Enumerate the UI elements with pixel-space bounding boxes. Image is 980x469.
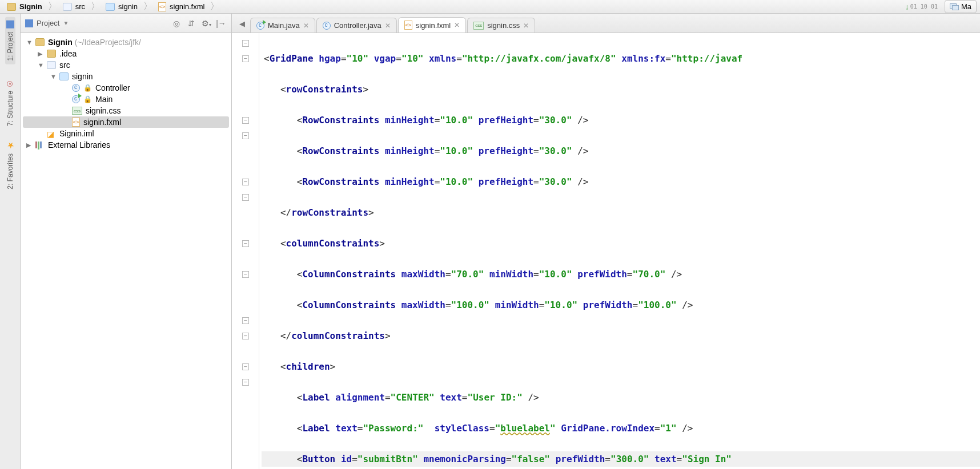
close-icon[interactable]: ✕ [303, 22, 309, 30]
breadcrumb-signin[interactable]: Signin [3, 1, 46, 12]
chevron-right-icon[interactable]: ▶ [38, 50, 43, 58]
target-icon[interactable]: ◎ [171, 19, 182, 28]
close-icon[interactable]: ✕ [385, 22, 391, 30]
project-panel-header: Project ▼ ◎ ⇵ ⚙▾ |→ [21, 14, 231, 33]
tree-signin-pkg[interactable]: ▼ signin [23, 71, 229, 82]
library-icon [35, 141, 45, 148]
iml-icon: ◪ [47, 130, 56, 138]
folder-icon [35, 38, 45, 46]
editor-tabs: ◀ Main.java ✕ Controller.java ✕ <> signi… [232, 14, 980, 33]
fold-icon[interactable]: − [242, 132, 249, 139]
close-icon[interactable]: ✕ [454, 21, 460, 29]
code-editor[interactable]: − − − − − − − − − − − − [232, 33, 980, 469]
tree-label: signin [72, 72, 93, 81]
tab-controller-java[interactable]: Controller.java ✕ [316, 18, 397, 33]
structure-icon: ⦿ [6, 80, 14, 87]
java-class-icon [72, 84, 80, 92]
chevron-icon: 〉 [48, 1, 57, 13]
breadcrumb-src[interactable]: src [59, 1, 89, 12]
download-icon[interactable]: ↓ [905, 2, 909, 11]
tree-hint: (~/IdeaProjects/jfk/ [75, 38, 141, 47]
tree-label: Signin [48, 38, 73, 47]
fold-icon[interactable]: − [242, 271, 249, 278]
chevron-right-icon[interactable]: ▶ [26, 141, 32, 149]
lock-icon: 🔒 [83, 84, 92, 92]
java-runnable-icon [72, 95, 80, 103]
fxml-icon: <> [72, 118, 80, 127]
project-icon [25, 19, 33, 27]
collapse-icon[interactable]: ⇵ [186, 19, 197, 28]
tree-label: .idea [59, 49, 77, 58]
fold-icon[interactable]: − [242, 40, 249, 47]
crumb-label: Signin [19, 2, 42, 11]
folder-icon [106, 3, 115, 11]
hide-icon[interactable]: |→ [215, 19, 227, 28]
folder-icon [47, 50, 56, 58]
rail-structure[interactable]: 7: Structure ⦿ [6, 80, 14, 126]
folder-icon [59, 72, 69, 80]
chevron-down-icon[interactable]: ▼ [26, 39, 32, 46]
tree-label: signin.css [86, 106, 121, 115]
chevron-down-icon[interactable]: ▼ [38, 62, 43, 68]
fold-icon[interactable]: − [242, 333, 249, 339]
project-panel: Project ▼ ◎ ⇵ ⚙▾ |→ ▼ Signin (~/IdeaProj… [21, 14, 232, 469]
chevron-down-icon[interactable]: ▼ [50, 73, 56, 80]
tab-label: signin.css [487, 21, 520, 30]
gear-icon[interactable]: ⚙▾ [200, 19, 212, 28]
window-mode-button[interactable]: Ma [945, 0, 977, 13]
project-tree: ▼ Signin (~/IdeaProjects/jfk/ ▶ .idea ▼ … [21, 33, 231, 153]
fold-icon[interactable]: − [242, 55, 249, 62]
rail-label: 1: Project [6, 32, 14, 61]
tree-label: Controller [95, 83, 130, 92]
tool-rail: 1: Project 7: Structure ⦿ 2: Favorites ★ [0, 14, 21, 469]
window-button-label: Ma [961, 2, 971, 11]
folder-icon [7, 3, 16, 11]
crumb-label: signin [118, 2, 138, 11]
tree-label: src [59, 60, 70, 70]
breadcrumb-file[interactable]: <> signin.fxml [155, 1, 208, 13]
rail-label: 7: Structure [6, 91, 14, 126]
tab-signin-css[interactable]: css signin.css ✕ [467, 18, 535, 33]
chevron-down-icon[interactable]: ▼ [63, 20, 69, 26]
tab-label: Controller.java [334, 21, 381, 30]
tree-fxml-file[interactable]: <> signin.fxml [23, 116, 229, 128]
tree-css-file[interactable]: css signin.css [23, 105, 229, 116]
tree-iml[interactable]: ◪ Signin.iml [23, 128, 229, 139]
fold-icon[interactable]: − [242, 179, 249, 185]
rail-label: 2: Favorites [6, 153, 14, 189]
fold-icon[interactable]: − [242, 240, 249, 247]
tree-label: External Libraries [48, 140, 110, 149]
download-digits: 01 10 01 [910, 5, 938, 9]
tree-root[interactable]: ▼ Signin (~/IdeaProjects/jfk/ [23, 37, 229, 48]
code[interactable]: <GridPane hgap="10" vgap="10" xmlns="htt… [259, 33, 980, 469]
css-icon: css [473, 22, 484, 30]
tab-main-java[interactable]: Main.java ✕ [250, 18, 315, 33]
editor-area: ◀ Main.java ✕ Controller.java ✕ <> signi… [232, 14, 980, 469]
rail-favorites[interactable]: 2: Favorites ★ [6, 142, 14, 189]
close-icon[interactable]: ✕ [523, 22, 529, 30]
java-runnable-icon [256, 22, 264, 30]
tree-controller[interactable]: 🔒 Controller [23, 82, 229, 94]
tab-signin-fxml[interactable]: <> signin.fxml ✕ [398, 17, 466, 33]
fold-icon[interactable]: − [242, 194, 249, 201]
crumb-label: src [75, 2, 85, 11]
chevron-icon: 〉 [210, 1, 219, 13]
folder-icon [47, 61, 56, 69]
tree-src[interactable]: ▼ src [23, 59, 229, 71]
rail-project[interactable]: 1: Project [5, 17, 15, 64]
breadcrumb: Signin 〉 src 〉 signin 〉 <> signin.fxml 〉… [0, 0, 980, 14]
back-button[interactable]: ◀ [235, 17, 249, 30]
fxml-icon: <> [404, 21, 412, 30]
fold-icon[interactable]: − [242, 117, 249, 124]
fold-icon[interactable]: − [242, 317, 249, 324]
fold-icon[interactable]: − [242, 379, 249, 386]
chevron-icon: 〉 [91, 1, 100, 13]
tree-main[interactable]: 🔒 Main [23, 94, 229, 105]
tree-idea[interactable]: ▶ .idea [23, 48, 229, 59]
tree-ext-libs[interactable]: ▶ External Libraries [23, 139, 229, 151]
fold-icon[interactable]: − [242, 363, 249, 370]
gutter: − − − − − − − − − − − − [232, 33, 259, 469]
star-icon: ★ [6, 142, 14, 150]
crumb-label: signin.fxml [170, 2, 204, 11]
breadcrumb-signin-pkg[interactable]: signin [102, 1, 141, 12]
